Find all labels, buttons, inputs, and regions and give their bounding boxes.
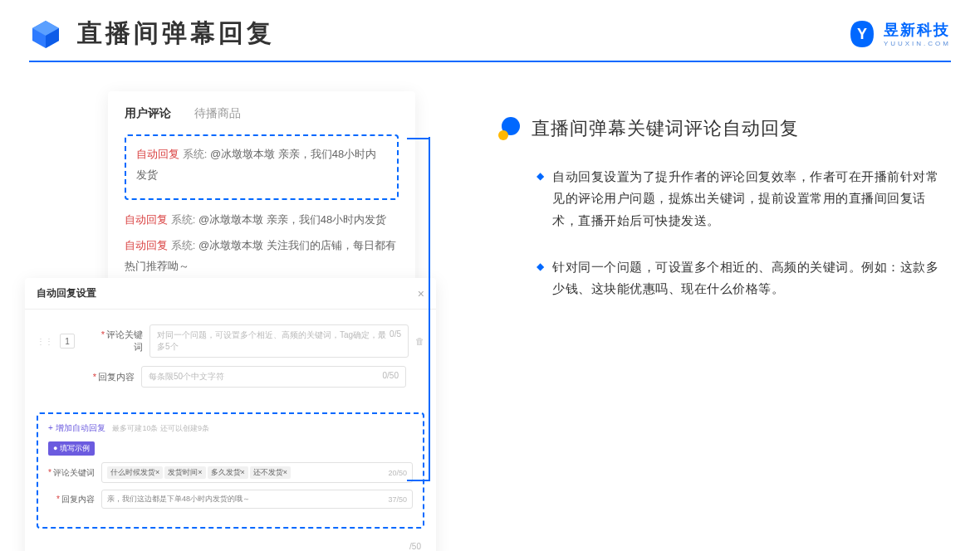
ex-keyword-counter: 20/50: [388, 469, 407, 477]
comments-tabs: 用户评论 待播商品: [125, 106, 399, 124]
section-title: 直播间弹幕关键词评论自动回复: [532, 116, 799, 141]
system-label: 系统:: [183, 148, 208, 160]
auto-reply-tag: 自动回复: [136, 148, 179, 160]
brand-logo-icon: Y: [847, 19, 877, 49]
keyword-tag[interactable]: 还不发货×: [250, 466, 291, 479]
system-label: 系统:: [171, 239, 196, 251]
close-icon[interactable]: ×: [418, 287, 424, 300]
settings-title: 自动回复设置: [37, 286, 96, 300]
diamond-icon: ◆: [537, 166, 544, 232]
content-form-row: *回复内容 每条限50个中文字符 0/50: [37, 366, 424, 388]
connector-line: [407, 480, 430, 481]
keyword-tag[interactable]: 什么时候发货×: [107, 466, 163, 479]
keyword-input[interactable]: 对同一个问题，可设置多个相近、高频的关键词，Tag确定，最多5个 0/5: [149, 324, 409, 358]
content-input[interactable]: 每条限50个中文字符 0/50: [141, 366, 406, 388]
connector-line: [429, 137, 430, 481]
example-content-row: *回复内容 亲，我们这边都是下单48小时内发货的哦～ 37/50: [48, 490, 413, 509]
brand-url: YUUXIN.COM: [884, 40, 951, 47]
bullet-item: ◆ 自动回复设置为了提升作者的评论回复效率，作者可在开播前针对常见的评论用户问题…: [537, 166, 951, 232]
system-label: 系统:: [171, 213, 196, 226]
bullet-list: ◆ 自动回复设置为了提升作者的评论回复效率，作者可在开播前针对常见的评论用户问题…: [498, 166, 951, 300]
example-box: + 增加自动回复 最多可建10条 还可以创建9条 ● 填写示例 *评论关键词 什…: [37, 412, 424, 529]
ex-content-input[interactable]: 亲，我们这边都是下单48小时内发货的哦～ 37/50: [101, 490, 413, 509]
cube-icon: [29, 17, 62, 51]
bullet-text: 针对同一个问题，可设置多个相近的、高频的关键词。例如：这款多少钱、这块能优惠吗、…: [552, 256, 951, 300]
ex-keyword-input[interactable]: 什么时候发货× 发货时间× 多久发货× 还不发货× 20/50: [101, 462, 413, 483]
content-label: *回复内容: [88, 371, 135, 383]
bubble-icon: [498, 117, 522, 140]
rule-number: 1: [60, 334, 75, 349]
section-heading: 直播间弹幕关键词评论自动回复: [498, 116, 951, 141]
keyword-tag[interactable]: 发货时间×: [164, 466, 205, 479]
keyword-counter: 0/5: [390, 329, 401, 353]
drag-handle-icon[interactable]: ⋮⋮: [37, 337, 53, 346]
diamond-icon: ◆: [537, 256, 544, 300]
auto-reply-tag: 自动回复: [125, 239, 168, 251]
page-title: 直播间弹幕回复: [77, 17, 275, 51]
ex-keyword-label: *评论关键词: [48, 467, 95, 479]
page-header: 直播间弹幕回复 Y 昱新科技 YUUXIN.COM: [0, 0, 980, 51]
ex-content-counter: 37/50: [388, 495, 407, 504]
comment-row: 自动回复 系统: @冰墩墩本墩 关注我们的店铺，每日都有热门推荐呦～: [125, 236, 399, 276]
keyword-form-row: ⋮⋮ 1 *评论关键词 对同一个问题，可设置多个相近、高频的关键词，Tag确定，…: [37, 324, 424, 358]
description-panel: 直播间弹幕关键词评论自动回复 ◆ 自动回复设置为了提升作者的评论回复效率，作者可…: [498, 91, 951, 324]
screenshot-composite: 用户评论 待播商品 自动回复 系统: @冰墩墩本墩 亲亲，我们48小时内发货 自…: [25, 91, 465, 324]
brand-logo: Y 昱新科技 YUUXIN.COM: [847, 19, 951, 49]
auto-reply-tag: 自动回复: [125, 213, 168, 226]
keyword-tag[interactable]: 多久发货×: [208, 466, 248, 479]
settings-header: 自动回复设置 ×: [25, 278, 436, 310]
tab-pending-goods[interactable]: 待播商品: [194, 106, 241, 124]
trash-icon[interactable]: 🗑: [415, 336, 424, 346]
bullet-item: ◆ 针对同一个问题，可设置多个相近的、高频的关键词。例如：这款多少钱、这块能优惠…: [537, 256, 951, 300]
brand-name: 昱新科技: [884, 20, 951, 40]
ex-tag-list: 什么时候发货× 发货时间× 多久发货× 还不发货×: [107, 466, 291, 479]
comment-row: 自动回复 系统: @冰墩墩本墩 亲亲，我们48小时内发货: [136, 144, 387, 185]
highlighted-comment: 自动回复 系统: @冰墩墩本墩 亲亲，我们48小时内发货: [125, 134, 399, 200]
outer-counter: /50: [25, 542, 436, 551]
comments-card: 用户评论 待播商品 自动回复 系统: @冰墩墩本墩 亲亲，我们48小时内发货 自…: [108, 91, 415, 306]
content-counter: 0/50: [383, 371, 399, 383]
add-note: 最多可建10条 还可以创建9条: [112, 424, 209, 432]
connector-line: [407, 138, 430, 139]
ex-content-label: *回复内容: [48, 494, 95, 505]
comment-row: 自动回复 系统: @冰墩墩本墩 亲亲，我们48小时内发货: [125, 210, 399, 231]
svg-text:Y: Y: [857, 26, 867, 42]
comment-text: @冰墩墩本墩 亲亲，我们48小时内发货: [198, 213, 386, 226]
example-keyword-row: *评论关键词 什么时候发货× 发货时间× 多久发货× 还不发货× 20/50: [48, 462, 413, 483]
tab-user-comments[interactable]: 用户评论: [125, 106, 171, 124]
add-auto-reply-link[interactable]: + 增加自动回复 最多可建10条 还可以创建9条: [48, 422, 413, 434]
example-badge: ● 填写示例: [48, 441, 95, 456]
settings-card: 自动回复设置 × ⋮⋮ 1 *评论关键词 对同一个问题，可设置多个相近、高频的关…: [25, 278, 436, 551]
bullet-text: 自动回复设置为了提升作者的评论回复效率，作者可在开播前针对常见的评论用户问题，提…: [552, 166, 951, 232]
keyword-label: *评论关键词: [96, 329, 143, 354]
